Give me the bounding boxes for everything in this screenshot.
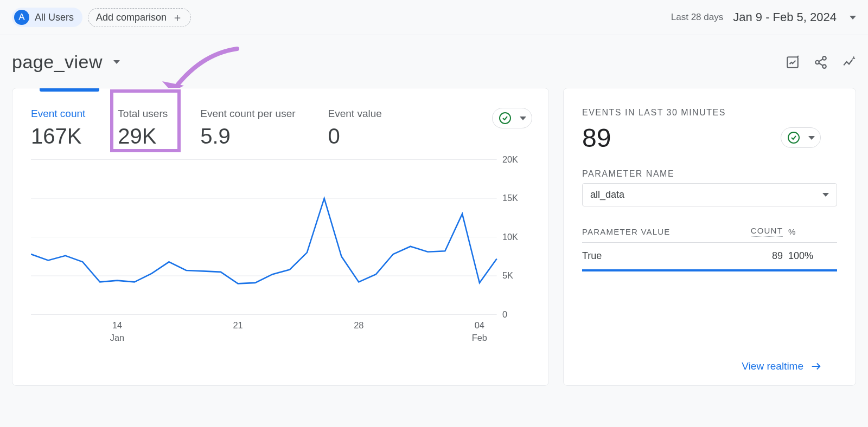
row-bar: [582, 269, 837, 271]
chevron-down-icon: [822, 193, 829, 197]
svg-rect-0: [787, 57, 798, 68]
svg-text:5K: 5K: [502, 270, 513, 281]
date-range-picker[interactable]: Last 28 days Jan 9 - Feb 5, 2024: [671, 10, 856, 24]
metric-label: Event value: [328, 108, 382, 120]
chevron-down-icon: [520, 117, 526, 120]
cell-count: 89: [734, 250, 783, 262]
metrics-chart-card: Event count 167K Total users 29K Event c…: [12, 88, 549, 386]
svg-text:14: 14: [112, 320, 122, 331]
table-row[interactable]: True89100%: [582, 243, 837, 267]
title-bar: page_view: [0, 35, 868, 88]
svg-point-2: [815, 60, 819, 64]
insights-icon[interactable]: [842, 55, 856, 69]
metric-value: 167K: [31, 124, 85, 148]
line-chart-svg: 05K10K15K20K14Jan212804Feb: [31, 154, 530, 349]
date-preset-label: Last 28 days: [671, 12, 723, 23]
view-realtime-link[interactable]: View realtime: [742, 360, 822, 372]
realtime-title: EVENTS IN LAST 30 MINUTES: [582, 108, 837, 118]
top-filter-bar: A All Users Add comparison ＋ Last 28 day…: [0, 0, 868, 35]
svg-text:Jan: Jan: [110, 333, 124, 343]
customize-report-icon[interactable]: [786, 55, 800, 69]
audience-label: All Users: [35, 12, 74, 23]
metrics-row: Event count 167K Total users 29K Event c…: [12, 88, 548, 154]
parameter-name-value: all_data: [590, 189, 624, 200]
th-parameter-value: PARAMETER VALUE: [582, 227, 729, 236]
svg-text:Feb: Feb: [472, 333, 487, 343]
top-filter-left: A All Users Add comparison ＋: [12, 8, 191, 27]
metric-total-users[interactable]: Total users 29K: [118, 108, 168, 148]
cell-percent: 100%: [788, 250, 837, 262]
svg-text:21: 21: [233, 320, 243, 331]
svg-text:15K: 15K: [502, 193, 518, 203]
chevron-down-icon: [850, 16, 856, 20]
metric-value: 0: [328, 124, 382, 148]
data-quality-menu[interactable]: [781, 127, 821, 148]
metric-event-count-per-user[interactable]: Event count per user 5.9: [200, 108, 295, 148]
th-count: COUNT: [751, 226, 783, 237]
parameter-table: PARAMETER VALUE COUNT % True89100%: [582, 226, 837, 271]
th-percent: %: [788, 227, 837, 236]
cell-value: True: [582, 250, 729, 262]
chevron-down-icon: [113, 60, 120, 64]
svg-text:10K: 10K: [502, 232, 518, 242]
audience-chip[interactable]: A All Users: [12, 8, 82, 27]
view-realtime-label: View realtime: [742, 360, 803, 372]
parameter-name-label: PARAMETER NAME: [582, 169, 837, 179]
plus-icon: ＋: [172, 12, 183, 23]
event-selector[interactable]: page_view: [12, 51, 120, 73]
add-comparison-button[interactable]: Add comparison ＋: [88, 8, 191, 27]
data-quality-menu[interactable]: [492, 108, 532, 128]
cards-row: Event count 167K Total users 29K Event c…: [0, 88, 868, 386]
date-range-label: Jan 9 - Feb 5, 2024: [733, 10, 837, 24]
metric-value: 29K: [118, 124, 168, 148]
svg-text:20K: 20K: [502, 154, 518, 165]
share-icon[interactable]: [814, 55, 828, 69]
svg-point-3: [822, 64, 826, 68]
svg-point-1: [822, 56, 826, 60]
audience-avatar: A: [14, 10, 29, 25]
realtime-card: EVENTS IN LAST 30 MINUTES 89 PARAMETER N…: [563, 88, 856, 386]
line-chart[interactable]: 05K10K15K20K14Jan212804Feb: [12, 154, 548, 349]
parameter-name-select[interactable]: all_data: [582, 183, 837, 206]
svg-text:28: 28: [354, 320, 363, 331]
metric-event-value[interactable]: Event value 0: [328, 108, 382, 148]
svg-text:04: 04: [475, 320, 484, 331]
add-comparison-label: Add comparison: [96, 12, 167, 23]
metric-label: Event count: [31, 108, 85, 120]
metric-value: 5.9: [200, 124, 295, 148]
svg-text:0: 0: [502, 309, 507, 320]
arrow-right-icon: [810, 360, 822, 372]
check-circle-icon: [788, 132, 800, 144]
parameter-table-head: PARAMETER VALUE COUNT %: [582, 226, 837, 243]
page-title: page_view: [12, 51, 103, 73]
title-actions: [786, 55, 856, 69]
metric-label: Event count per user: [200, 108, 295, 120]
metric-label: Total users: [118, 108, 168, 120]
chevron-down-icon: [808, 136, 815, 140]
metric-event-count[interactable]: Event count 167K: [31, 108, 85, 148]
check-circle-icon: [499, 112, 511, 124]
